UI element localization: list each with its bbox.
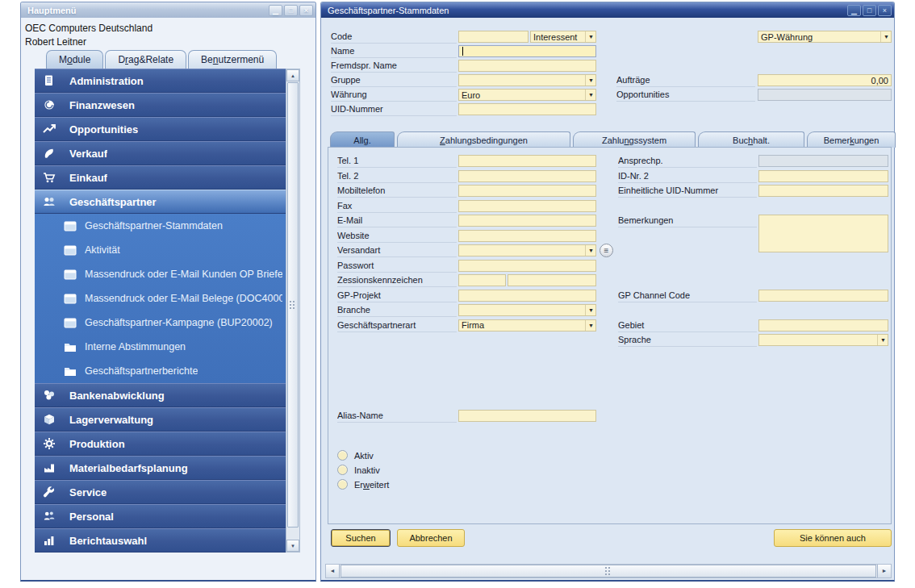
submenu-item-geschäftspartner-stammdaten[interactable]: Geschäftspartner-Stammdaten <box>35 214 286 238</box>
menu-item-produktion[interactable]: Produktion <box>35 432 286 456</box>
branche-label: Branche <box>337 305 457 317</box>
passwort-input[interactable] <box>458 260 596 272</box>
tab-module[interactable]: Module <box>46 50 103 69</box>
versandart-list-button[interactable]: ≡ <box>600 244 613 257</box>
tab-benutzermenu[interactable]: Benutzermenü <box>188 50 277 69</box>
currency-value: Euro <box>462 90 585 100</box>
scroll-down-icon[interactable]: ▼ <box>286 540 299 552</box>
tab-bemerkungen[interactable]: Bemerkungen <box>807 131 896 148</box>
menu-item-geschäftspartner[interactable]: Geschäftspartner <box>35 190 286 214</box>
code-input[interactable] <box>458 31 529 43</box>
menu-item-verkauf[interactable]: Verkauf <box>35 141 286 165</box>
minimize-icon[interactable]: ▁ <box>847 5 861 16</box>
tel-1-input[interactable] <box>458 155 596 167</box>
name-input[interactable] <box>458 45 596 57</box>
submenu-geschäftspartner: Geschäftspartner-StammdatenAktivitätMass… <box>35 214 286 383</box>
zessionskennzeichen-input-1[interactable] <box>458 274 506 286</box>
foreign-name-input[interactable] <box>458 60 596 72</box>
website-input[interactable] <box>458 230 596 242</box>
menu-item-personal[interactable]: Personal <box>35 504 286 528</box>
scroll-right-icon[interactable]: ► <box>877 565 891 578</box>
tab-buchhalt[interactable]: Buchhalt. <box>698 131 804 148</box>
tel-2-input[interactable] <box>458 170 596 182</box>
gp-currency-dropdown[interactable]: GP-Währung ▼ <box>758 31 892 43</box>
bemerkungen-textarea[interactable] <box>758 215 888 252</box>
close-icon[interactable]: × <box>878 5 892 16</box>
radio-erweitert[interactable] <box>337 479 348 490</box>
bp-titlebar[interactable]: Geschäftspartner-Stammdaten ▁ □ × <box>321 2 894 18</box>
chevron-down-icon: ▼ <box>585 320 594 331</box>
submenu-item-geschäftspartner-kampagne-bup20002[interactable]: Geschäftspartner-Kampagne (BUP20002) <box>35 311 286 335</box>
einheitliche-uid-nummer-input[interactable] <box>758 185 888 197</box>
menu-scrollbar[interactable]: ▲ ▼ <box>286 69 300 553</box>
sprache-label: Sprache <box>618 335 757 347</box>
radio-aktiv[interactable] <box>337 450 348 461</box>
gp-projekt-input[interactable] <box>458 290 596 302</box>
orders-field[interactable] <box>758 74 892 86</box>
minimize-icon[interactable]: ▁ <box>269 5 282 16</box>
submenu-item-massendruck-oder-e-mail-belege-doc40002[interactable]: Massendruck oder E-Mail Belege (DOC40002… <box>35 286 286 311</box>
versandart-dropdown[interactable]: ▼ <box>458 244 596 256</box>
mobiltelefon-input[interactable] <box>458 185 596 197</box>
submenu-item-geschäftspartnerberichte[interactable]: Geschäftspartnerberichte <box>35 359 286 383</box>
menu-item-label: Einkauf <box>69 172 107 184</box>
tab-zahlungsbedingungen[interactable]: Zahlungsbedingungen <box>397 131 570 148</box>
maximize-icon[interactable]: □ <box>863 5 876 16</box>
menu-item-administration[interactable]: Administration <box>35 69 286 93</box>
submenu-item-aktivität[interactable]: Aktivität <box>35 238 286 262</box>
currency-dropdown[interactable]: Euro ▼ <box>458 89 596 101</box>
menu-item-materialbedarfsplanung[interactable]: Materialbedarfsplanung <box>35 456 286 480</box>
folder-icon <box>64 366 77 377</box>
id-nr-2-input[interactable] <box>758 170 888 182</box>
group-dropdown[interactable]: ▼ <box>458 74 596 86</box>
scroll-left-icon[interactable]: ◄ <box>326 565 340 578</box>
close-icon[interactable]: × <box>299 5 313 16</box>
hscrollbar-thumb[interactable] <box>341 565 876 578</box>
geschäftspartnerart-dropdown[interactable]: Firma▼ <box>458 319 596 332</box>
uid-number-input[interactable] <box>458 103 596 115</box>
code-type-dropdown[interactable]: Interessent ▼ <box>530 31 596 43</box>
menu-item-label: Bankenabwicklung <box>69 390 165 402</box>
main-menu-titlebar[interactable]: Hauptmenü ▁ □ × <box>21 2 315 18</box>
tab-allg[interactable]: Allg. <box>330 131 395 148</box>
menu-item-berichtauswahl[interactable]: Berichtauswahl <box>35 528 286 553</box>
fax-input[interactable] <box>458 200 596 212</box>
tab-drag-relate[interactable]: Drag&Relate <box>105 50 186 69</box>
scroll-up-icon[interactable]: ▲ <box>286 69 299 81</box>
gear-icon <box>43 437 59 450</box>
menu-item-service[interactable]: Service <box>35 480 286 504</box>
zessionskennzeichen-input-2[interactable] <box>508 274 596 286</box>
scrollbar-thumb[interactable] <box>287 82 299 528</box>
e-mail-input[interactable] <box>458 215 596 227</box>
mrp-icon <box>43 461 59 474</box>
gebiet-input[interactable] <box>758 319 888 332</box>
menu-item-bankenabwicklung[interactable]: Bankenabwicklung <box>35 383 286 407</box>
menu-item-label: Administration <box>69 75 144 87</box>
cancel-button[interactable]: Abbrechen <box>397 529 465 547</box>
bp-tab-strip: Allg. Zahlungsbedingungen Zahlungssystem… <box>330 131 898 148</box>
menu-item-label: Berichtauswahl <box>69 535 147 547</box>
menu-item-einkauf[interactable]: Einkauf <box>35 165 286 190</box>
menu-item-lagerverwaltung[interactable]: Lagerverwaltung <box>35 407 286 432</box>
e-mail-label: E-Mail <box>337 215 457 227</box>
horizontal-scrollbar[interactable]: ◄ ► <box>325 564 892 578</box>
maximize-icon[interactable]: □ <box>284 5 298 16</box>
menu-item-label: Materialbedarfsplanung <box>69 462 188 474</box>
sprache-dropdown[interactable]: ▼ <box>758 334 888 346</box>
menu-item-finanzwesen[interactable]: Finanzwesen <box>35 93 286 117</box>
submenu-item-interne-abstimmungen[interactable]: Interne Abstimmungen <box>35 335 286 359</box>
search-button[interactable]: Suchen <box>331 529 391 547</box>
branche-dropdown[interactable]: ▼ <box>458 304 596 316</box>
list-icon: ≡ <box>604 246 609 255</box>
menu-item-label: Geschäftspartner <box>69 196 157 208</box>
submenu-item-massendruck-oder-e-mail-kunden-op-briefe[interactable]: Massendruck oder E-Mail Kunden OP Briefe <box>35 262 286 286</box>
tab-zahlungssystem[interactable]: Zahlungssystem <box>573 131 696 148</box>
radio-inaktiv[interactable] <box>337 465 348 475</box>
you-can-also-button[interactable]: Sie können auch <box>774 529 892 547</box>
ansprechp-input <box>758 155 888 167</box>
partners-icon <box>43 195 59 208</box>
menu-item-opportunities[interactable]: Opportunities <box>35 117 286 141</box>
alias-name-input[interactable] <box>458 410 596 422</box>
gp-channel-code-input[interactable] <box>758 290 888 302</box>
submenu-item-label: Geschäftspartner-Kampagne (BUP20002) <box>85 317 273 328</box>
